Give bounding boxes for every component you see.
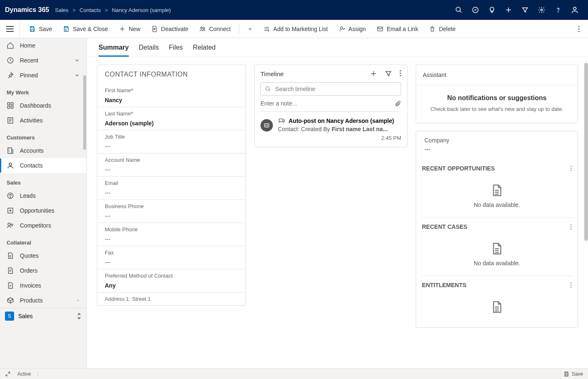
updown-icon xyxy=(77,313,82,319)
filter-icon[interactable] xyxy=(517,0,533,20)
svg-point-32 xyxy=(9,163,12,166)
connect-dropdown[interactable] xyxy=(243,24,257,34)
chevron-down-icon xyxy=(74,58,80,63)
main-scrollbar[interactable] xyxy=(584,63,588,241)
command-overflow-icon[interactable] xyxy=(574,23,588,35)
svg-point-22 xyxy=(578,26,579,27)
add-icon[interactable] xyxy=(500,0,517,20)
svg-point-50 xyxy=(571,168,572,169)
search-icon[interactable] xyxy=(451,0,467,20)
svg-rect-29 xyxy=(11,106,13,108)
deactivate-button[interactable]: Deactivate xyxy=(147,23,193,35)
sidebar-item-competitors[interactable]: Competitors xyxy=(0,218,87,233)
command-bar: Save Save & Close New Deactivate Connect… xyxy=(0,20,588,38)
field-business-phone[interactable]: Business Phone--- xyxy=(97,200,246,223)
save-close-button[interactable]: Save & Close xyxy=(59,23,112,35)
new-button[interactable]: New xyxy=(115,23,145,35)
more-icon[interactable] xyxy=(570,166,572,171)
sidebar-item-products[interactable]: Products xyxy=(0,293,87,308)
sidebar-item-dashboards[interactable]: Dashboards xyxy=(0,98,87,113)
sidebar-item-recent[interactable]: Recent xyxy=(0,53,87,68)
tab-summary[interactable]: Summary xyxy=(99,44,129,57)
right-column: Assistant No notifications or suggestion… xyxy=(416,65,578,328)
status-save-button[interactable]: Save xyxy=(564,371,583,377)
sidebar-item-pinned[interactable]: Pinned xyxy=(0,68,87,83)
connect-button[interactable]: Connect xyxy=(195,23,235,35)
sidebar-item-leads[interactable]: Leads xyxy=(0,188,87,203)
svg-point-20 xyxy=(340,26,342,29)
expand-icon[interactable] xyxy=(5,371,11,377)
company-value[interactable]: --- xyxy=(416,146,578,159)
sidebar-item-orders[interactable]: Orders xyxy=(0,263,87,278)
svg-point-47 xyxy=(265,125,266,125)
timeline-entry-title: Auto-post on Nancy Aderson (sample) xyxy=(289,118,394,124)
sidebar-item-home[interactable]: Home xyxy=(0,38,87,53)
field-last-name[interactable]: Last Name*Aderson (sample) xyxy=(97,107,246,130)
more-icon[interactable] xyxy=(570,224,572,230)
email-link-button[interactable]: Email a Link xyxy=(373,23,422,35)
sidebar: Home Recent Pinned My Work Dashboards Ac… xyxy=(0,38,87,368)
record-tabs: Summary Details Files Related xyxy=(87,38,588,57)
field-fax[interactable]: Fax--- xyxy=(97,246,246,269)
svg-point-48 xyxy=(267,125,267,125)
sidebar-group-mywork: My Work xyxy=(0,83,87,98)
svg-point-41 xyxy=(400,70,401,71)
sidebar-item-quotes[interactable]: Quotes xyxy=(0,248,87,263)
save-button[interactable]: Save xyxy=(25,23,56,35)
timeline-add-icon[interactable] xyxy=(370,70,377,77)
profile-icon[interactable] xyxy=(566,0,583,20)
attachment-icon[interactable] xyxy=(395,100,401,107)
timeline-filter-icon[interactable] xyxy=(385,70,392,77)
autopost-icon xyxy=(260,119,273,132)
sidebar-item-invoices[interactable]: Invoices xyxy=(0,278,87,293)
tab-files[interactable]: Files xyxy=(169,44,183,57)
entitlements-empty xyxy=(420,293,574,327)
sidebar-item-accounts[interactable]: Accounts xyxy=(0,143,87,158)
add-marketing-button[interactable]: Add to Marketing List xyxy=(259,23,332,35)
svg-rect-46 xyxy=(265,124,269,127)
lightbulb-icon[interactable] xyxy=(484,0,500,20)
help-icon[interactable] xyxy=(550,0,566,20)
svg-point-63 xyxy=(571,287,572,288)
timeline-entry[interactable]: Auto-post on Nancy Aderson (sample) Cont… xyxy=(255,112,407,147)
timeline-note-input[interactable]: Enter a note... xyxy=(260,100,401,112)
svg-point-6 xyxy=(558,12,558,12)
svg-point-42 xyxy=(400,72,401,74)
sidebar-area-switcher[interactable]: S Sales xyxy=(0,308,87,324)
task-icon[interactable] xyxy=(467,0,484,20)
assign-button[interactable]: Assign xyxy=(335,23,370,35)
field-mobile-phone[interactable]: Mobile Phone--- xyxy=(97,223,246,246)
field-preferred-contact[interactable]: Preferred Method of ContactAny xyxy=(97,269,246,293)
svg-point-16 xyxy=(203,27,205,29)
breadcrumb-sales[interactable]: Sales xyxy=(55,7,69,13)
timeline-search[interactable] xyxy=(260,82,401,96)
field-account-name[interactable]: Account Name--- xyxy=(97,154,246,177)
delete-button[interactable]: Delete xyxy=(425,23,460,35)
field-first-name[interactable]: First Name*Nancy xyxy=(97,84,246,107)
sidebar-item-activities[interactable]: Activities xyxy=(0,113,87,128)
breadcrumb-contacts[interactable]: Contacts xyxy=(80,7,101,13)
tab-related[interactable]: Related xyxy=(193,44,216,57)
sidebar-scrollbar[interactable] xyxy=(83,75,86,150)
hamburger-icon[interactable] xyxy=(0,20,20,38)
sidebar-group-sales: Sales xyxy=(0,173,87,188)
sidebar-group-collateral: Collateral xyxy=(0,233,87,248)
tab-details[interactable]: Details xyxy=(139,44,159,57)
svg-rect-27 xyxy=(11,103,13,105)
timeline-more-icon[interactable] xyxy=(400,70,401,77)
timeline-search-input[interactable] xyxy=(275,85,397,93)
assistant-heading: No notifications or suggestions xyxy=(424,94,570,102)
field-address-1-street-1[interactable]: Address 1: Street 1 xyxy=(97,293,246,305)
gear-icon[interactable] xyxy=(533,0,550,20)
field-job-title[interactable]: Job Title--- xyxy=(97,130,246,154)
main-content: Summary Details Files Related CONTACT IN… xyxy=(87,38,588,368)
area-badge: S xyxy=(5,312,14,321)
sidebar-item-opportunities[interactable]: Opportunities xyxy=(0,203,87,218)
breadcrumb: Sales > Contacts > Nancy Aderson (sample… xyxy=(55,7,171,13)
details-card: Company --- RECENT OPPORTUNITIES No data… xyxy=(416,131,578,328)
field-email[interactable]: Email--- xyxy=(97,177,246,200)
svg-point-57 xyxy=(571,228,572,230)
sidebar-item-contacts[interactable]: Contacts xyxy=(0,158,87,173)
more-icon[interactable] xyxy=(570,282,572,288)
svg-point-15 xyxy=(200,27,202,29)
